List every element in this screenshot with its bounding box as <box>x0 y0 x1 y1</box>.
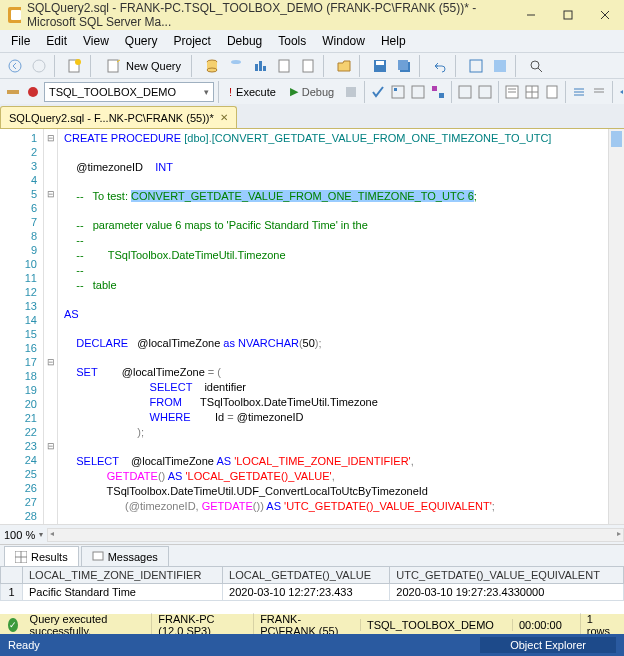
query-options-icon[interactable] <box>409 81 427 103</box>
activity-icon[interactable] <box>465 55 487 77</box>
svg-rect-16 <box>259 61 262 71</box>
new-query-icon <box>106 58 122 74</box>
row-number[interactable]: 1 <box>1 584 23 601</box>
profiler-icon[interactable] <box>489 55 511 77</box>
close-tab-icon[interactable]: ✕ <box>220 112 228 123</box>
fold-gutter[interactable]: ⊟⊟⊟⊟ <box>44 129 58 524</box>
find-icon[interactable] <box>525 55 547 77</box>
svg-rect-37 <box>479 86 491 98</box>
tab-messages[interactable]: Messages <box>81 546 169 566</box>
editor-footer: 100 % ▾ ◂ ▸ <box>0 524 624 544</box>
open-icon[interactable] <box>333 55 355 77</box>
grid-corner <box>1 567 23 584</box>
maximize-button[interactable] <box>549 0 586 30</box>
grid-header-row: LOCAL_TIME_ZONE_IDENTIFIER LOCAL_GETDATE… <box>1 567 624 584</box>
svg-rect-23 <box>398 60 408 70</box>
vertical-scrollbar[interactable] <box>608 129 624 524</box>
svg-rect-1 <box>11 10 21 20</box>
svg-point-14 <box>231 60 241 64</box>
code-editor[interactable]: 1234567891011121314151617181920212223242… <box>0 128 624 524</box>
menu-file[interactable]: File <box>4 32 37 50</box>
code-content[interactable]: CREATE PROCEDURE [dbo].[CONVERT_GETDATE_… <box>58 129 624 524</box>
undo-icon[interactable] <box>429 55 451 77</box>
zoom-level[interactable]: 100 % <box>4 529 35 541</box>
results-tabstrip: Results Messages <box>0 544 624 566</box>
success-icon: ✓ <box>8 618 18 632</box>
debug-label: Debug <box>302 86 334 98</box>
svg-point-29 <box>28 87 38 97</box>
change-conn-icon[interactable] <box>4 81 22 103</box>
svg-rect-31 <box>392 86 404 98</box>
menu-edit[interactable]: Edit <box>39 32 74 50</box>
svg-rect-10 <box>108 60 118 72</box>
svg-rect-36 <box>459 86 471 98</box>
menu-project[interactable]: Project <box>167 32 218 50</box>
menu-tools[interactable]: Tools <box>271 32 313 50</box>
document-tab[interactable]: SQLQuery2.sql - F...NK-PC\FRANK (55))* ✕ <box>0 106 237 128</box>
execute-icon: ! <box>229 86 232 98</box>
db-icon[interactable] <box>201 55 223 77</box>
svg-rect-25 <box>494 60 506 72</box>
nav-fwd-icon[interactable] <box>28 55 50 77</box>
menu-debug[interactable]: Debug <box>220 32 269 50</box>
svg-rect-35 <box>439 93 444 98</box>
results-grid[interactable]: LOCAL_TIME_ZONE_IDENTIFIER LOCAL_GETDATE… <box>0 566 624 614</box>
grid-icon <box>15 551 27 563</box>
menu-window[interactable]: Window <box>315 32 372 50</box>
uncomment-icon[interactable] <box>590 81 608 103</box>
minimize-button[interactable] <box>512 0 549 30</box>
document-tabstrip: SQLQuery2.sql - F...NK-PC\FRANK (55))* ✕ <box>0 104 624 128</box>
intellisense-icon[interactable] <box>429 81 447 103</box>
cell-local-tz[interactable]: Pacific Standard Time <box>23 584 223 601</box>
client-stats-icon[interactable] <box>476 81 494 103</box>
cell-local-getdate[interactable]: 2020-03-10 12:27:23.433 <box>223 584 390 601</box>
svg-rect-18 <box>279 60 289 72</box>
new-query-label: New Query <box>126 60 181 72</box>
parse-icon[interactable] <box>369 81 387 103</box>
svg-rect-34 <box>432 86 437 91</box>
execute-button[interactable]: ! Execute <box>223 81 282 103</box>
cell-utc-getdate[interactable]: 2020-03-10 19:27:23.4330000 <box>390 584 624 601</box>
status-elapsed: 00:00:00 <box>512 619 568 631</box>
execute-label: Execute <box>236 86 276 98</box>
db-report-icon[interactable] <box>273 55 295 77</box>
results-grid-icon[interactable] <box>523 81 541 103</box>
svg-rect-21 <box>376 61 384 65</box>
estimated-plan-icon[interactable] <box>389 81 407 103</box>
db-analysis-icon[interactable] <box>249 55 271 77</box>
col-local-tz[interactable]: LOCAL_TIME_ZONE_IDENTIFIER <box>23 567 223 584</box>
db-script-icon[interactable] <box>297 55 319 77</box>
col-utc-getdate[interactable]: UTC_GETDATE()_VALUE_EQUIVALENT <box>390 567 624 584</box>
menu-query[interactable]: Query <box>118 32 165 50</box>
results-file-icon[interactable] <box>543 81 561 103</box>
results-text-icon[interactable] <box>503 81 521 103</box>
svg-line-27 <box>538 68 542 72</box>
new-query-button[interactable]: New Query <box>100 55 187 77</box>
table-row[interactable]: 1 Pacific Standard Time 2020-03-10 12:27… <box>1 584 624 601</box>
menu-view[interactable]: View <box>76 32 116 50</box>
database-selector[interactable]: TSQL_TOOLBOX_DEMO <box>44 82 214 102</box>
object-explorer-label[interactable]: Object Explorer <box>480 637 616 653</box>
close-button[interactable] <box>587 0 624 30</box>
db-engine-icon[interactable] <box>225 55 247 77</box>
cancel-query-icon[interactable] <box>342 81 360 103</box>
svg-rect-56 <box>93 552 103 560</box>
col-local-getdate[interactable]: LOCAL_GETDATE()_VALUE <box>223 567 390 584</box>
save-icon[interactable] <box>369 55 391 77</box>
new-project-icon[interactable] <box>64 55 86 77</box>
menu-help[interactable]: Help <box>374 32 413 50</box>
svg-point-26 <box>531 61 539 69</box>
app-icon <box>8 7 21 23</box>
svg-rect-33 <box>412 86 424 98</box>
horizontal-scrollbar[interactable]: ◂ ▸ <box>47 528 624 542</box>
messages-icon <box>92 551 104 563</box>
save-all-icon[interactable] <box>393 55 415 77</box>
comment-icon[interactable] <box>570 81 588 103</box>
nav-back-icon[interactable] <box>4 55 26 77</box>
indent-icon[interactable] <box>617 81 624 103</box>
actual-plan-icon[interactable] <box>456 81 474 103</box>
disconnect-icon[interactable] <box>24 81 42 103</box>
debug-button[interactable]: ▶ Debug <box>284 81 340 103</box>
svg-rect-15 <box>255 64 258 71</box>
tab-results[interactable]: Results <box>4 546 79 566</box>
